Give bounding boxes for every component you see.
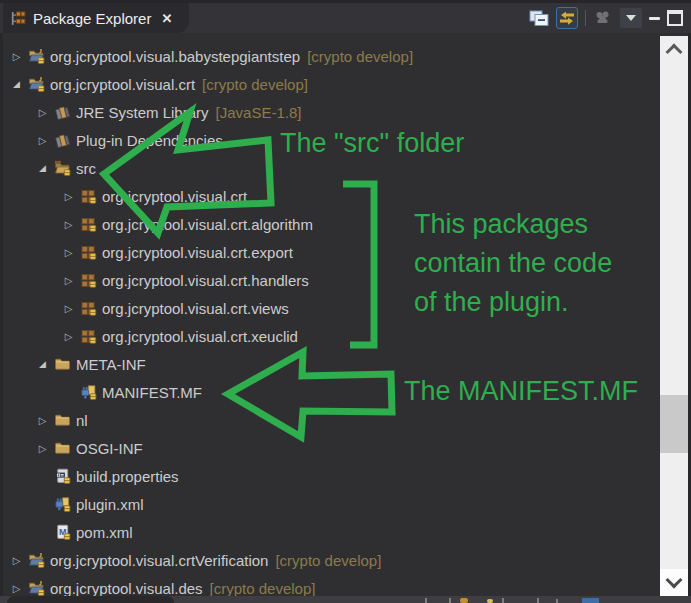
source-folder-icon — [54, 160, 71, 176]
tree-item-decoration: [JavaSE-1.8] — [216, 104, 302, 121]
package-icon — [80, 272, 97, 288]
twistie-collapsed-icon[interactable]: ▷ — [62, 275, 75, 286]
twistie-collapsed-icon[interactable]: ▷ — [62, 247, 75, 258]
focus-disabled-icon — [593, 7, 613, 29]
package-icon — [80, 244, 97, 260]
tree-row[interactable]: MANIFEST.MF — [3, 378, 660, 406]
plugin-project-icon — [28, 552, 45, 568]
tree-item-label: org.jcryptool.visual.crt.handlers — [102, 272, 309, 289]
minimize-icon[interactable] — [649, 7, 660, 29]
package-icon — [80, 188, 97, 204]
tree-item-label: org.jcryptool.visual.crt.views — [102, 300, 289, 317]
tree-item-label: nl — [76, 412, 88, 429]
tree-row[interactable]: plugin.xml — [3, 490, 660, 518]
twistie-expanded-icon[interactable]: ◢ — [36, 359, 49, 369]
tree-item-label: org.jcryptool.visual.crt — [50, 76, 195, 93]
twistie-collapsed-icon[interactable]: ▷ — [62, 191, 75, 202]
toolbar-separator — [585, 10, 586, 26]
twistie-collapsed-icon[interactable]: ▷ — [62, 219, 75, 230]
tree-row[interactable]: ▷org.jcryptool.visual.crt.algorithm — [3, 210, 660, 238]
tree-item-label: JRE System Library — [76, 104, 209, 121]
tree-item-label: org.jcryptool.visual.babystepgiantstep — [50, 48, 300, 65]
tree-row[interactable]: ▷org.jcryptool.visual.crt.views — [3, 294, 660, 322]
twistie-collapsed-icon[interactable]: ▷ — [62, 331, 75, 342]
tree-item-label: build.properties — [76, 468, 179, 485]
tree-row[interactable]: ◢src — [3, 154, 660, 182]
view-tab-bar: Package Explorer ✕ — [0, 0, 691, 33]
tree-item-label: pom.xml — [76, 524, 133, 541]
scroll-down-button[interactable] — [660, 569, 688, 596]
tree-row[interactable]: build.properties — [3, 462, 660, 490]
twistie-collapsed-icon[interactable]: ▷ — [36, 135, 49, 146]
tree-row[interactable]: ▷org.jcryptool.visual.babystepgiantstep[… — [3, 42, 660, 70]
twistie-collapsed-icon[interactable]: ▷ — [10, 583, 23, 594]
plugin-project-icon — [28, 76, 45, 92]
tree-row[interactable]: ▷nl — [3, 406, 660, 434]
tree-row[interactable]: ▷org.jcryptool.visual.crt.export — [3, 238, 660, 266]
twistie-collapsed-icon[interactable]: ▷ — [10, 555, 23, 566]
tree-item-label: org.jcryptool.visual.crtVerification — [50, 552, 268, 569]
status-bar-fragment — [7, 596, 174, 603]
tab-package-explorer[interactable]: Package Explorer ✕ — [3, 3, 189, 33]
tree-row[interactable]: ▷JRE System Library[JavaSE-1.8] — [3, 98, 660, 126]
maximize-icon[interactable] — [667, 7, 683, 29]
tree-item-label: plugin.xml — [76, 496, 144, 513]
project-tree[interactable]: ▷org.jcryptool.visual.babystepgiantstep[… — [3, 33, 660, 596]
tree-item-label: OSGI-INF — [76, 440, 143, 457]
vertical-scrollbar[interactable] — [660, 36, 688, 596]
twistie-collapsed-icon[interactable]: ▷ — [36, 415, 49, 426]
status-bar-fragment — [537, 598, 539, 603]
folder-icon — [54, 356, 71, 372]
package-icon — [80, 300, 97, 316]
twistie-collapsed-icon[interactable]: ▷ — [10, 51, 23, 62]
tree-item-label: org.jcryptool.visual.crt — [102, 188, 247, 205]
scrollbar-thumb[interactable] — [660, 395, 688, 453]
status-bar-fragment — [582, 598, 599, 603]
tree-item-label: org.jcryptool.visual.crt.xeuclid — [102, 328, 298, 345]
plugin-xml-icon — [54, 496, 71, 512]
tree-row[interactable]: ▷org.jcryptool.visual.crt.xeuclid — [3, 322, 660, 350]
plugin-project-icon — [28, 580, 45, 596]
twistie-expanded-icon[interactable]: ◢ — [36, 163, 49, 173]
twistie-collapsed-icon[interactable]: ▷ — [36, 443, 49, 454]
manifest-file-icon — [80, 384, 97, 400]
status-bar-fragment — [487, 599, 493, 603]
chevron-down-icon — [666, 572, 683, 589]
tree-row[interactable]: ◢META-INF — [3, 350, 660, 378]
status-bar-fragment — [449, 598, 451, 603]
tree-row[interactable]: ▷Plug-in Dependencies — [3, 126, 660, 154]
tree-item-decoration: [crypto develop] — [210, 580, 316, 597]
tree-row[interactable]: ▷OSGI-INF — [3, 434, 660, 462]
status-bar-fragment — [502, 598, 504, 603]
scroll-up-button[interactable] — [660, 36, 688, 62]
chevron-up-icon — [666, 43, 683, 60]
tree-item-label: org.jcryptool.visual.crt.algorithm — [102, 216, 313, 233]
status-bar-fragment — [556, 599, 558, 603]
twistie-expanded-icon[interactable]: ◢ — [10, 79, 23, 89]
folder-icon — [54, 412, 71, 428]
tree-row[interactable]: Mpom.xml — [3, 518, 660, 546]
package-icon — [80, 328, 97, 344]
tree-row[interactable]: ▷org.jcryptool.visual.crt — [3, 182, 660, 210]
status-bar-fragment — [460, 598, 468, 603]
properties-file-icon — [54, 468, 71, 484]
close-icon[interactable]: ✕ — [161, 12, 172, 25]
twistie-collapsed-icon[interactable]: ▷ — [62, 303, 75, 314]
tree-row[interactable]: ▷org.jcryptool.visual.crtVerification[cr… — [3, 546, 660, 574]
link-with-editor-icon[interactable] — [556, 7, 578, 29]
package-icon — [80, 216, 97, 232]
tree-item-decoration: [crypto develop] — [202, 76, 308, 93]
tree-item-label: MANIFEST.MF — [102, 384, 202, 401]
view-menu-icon[interactable] — [620, 8, 642, 28]
tree-item-decoration: [crypto develop] — [307, 48, 413, 65]
tree-row[interactable]: ◢org.jcryptool.visual.crt[crypto develop… — [3, 70, 660, 98]
tree-row[interactable]: ▷org.jcryptool.visual.crt.handlers — [3, 266, 660, 294]
tab-title: Package Explorer — [33, 10, 151, 27]
pom-xml-icon: M — [54, 524, 71, 540]
library-icon — [54, 132, 71, 148]
tree-row[interactable]: ▷org.jcryptool.visual.des[crypto develop… — [3, 574, 660, 596]
folder-icon — [54, 440, 71, 456]
collapse-all-icon[interactable] — [529, 7, 549, 29]
twistie-collapsed-icon[interactable]: ▷ — [36, 107, 49, 118]
tree-item-label: org.jcryptool.visual.crt.export — [102, 244, 293, 261]
